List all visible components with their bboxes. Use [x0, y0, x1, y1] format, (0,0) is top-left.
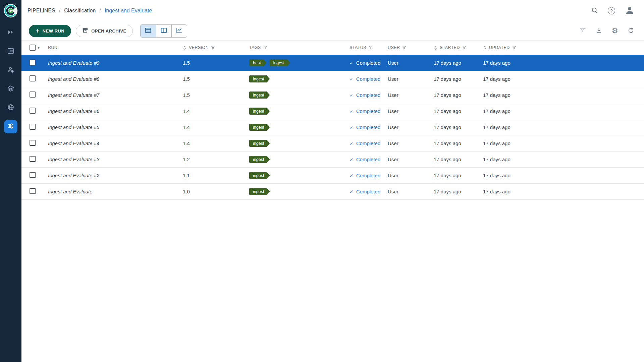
sort-icon[interactable]	[483, 46, 487, 50]
run-tags: ingest	[249, 124, 350, 131]
sort-icon[interactable]	[434, 46, 437, 50]
run-name[interactable]: Ingest and Evaluate #6	[48, 108, 99, 114]
sidebar-item-pipelines[interactable]	[4, 120, 17, 133]
row-checkbox[interactable]	[30, 140, 36, 146]
run-status: ✓ Completed	[350, 189, 388, 194]
new-run-button[interactable]: + NEW RUN	[29, 25, 71, 37]
table-body: Ingest and Evaluate #9 1.5 bestingest ✓ …	[21, 55, 644, 200]
download-button[interactable]	[595, 27, 602, 35]
breadcrumb-project[interactable]: Classification	[64, 8, 96, 14]
filter-icon[interactable]	[512, 46, 516, 50]
column-header-run: RUN	[48, 45, 183, 50]
sidebar-item-datasets[interactable]	[4, 82, 17, 96]
filter-icon[interactable]	[263, 46, 267, 50]
row-checkbox[interactable]	[30, 172, 36, 178]
column-header-status: STATUS	[350, 45, 388, 50]
table-row[interactable]: Ingest and Evaluate #7 1.5 ingest ✓ Comp…	[21, 87, 644, 103]
run-updated: 17 days ago	[483, 189, 644, 194]
run-status: ✓ Completed	[350, 173, 388, 178]
version-column-label[interactable]: VERSION	[189, 45, 209, 50]
settings-button[interactable]: ⚙	[611, 27, 618, 35]
row-checkbox[interactable]	[30, 188, 36, 194]
row-select-cell	[21, 59, 48, 66]
table-row[interactable]: Ingest and Evaluate #9 1.5 bestingest ✓ …	[21, 55, 644, 71]
table-row[interactable]: Ingest and Evaluate #4 1.4 ingest ✓ Comp…	[21, 135, 644, 152]
chart-view-icon	[176, 27, 183, 35]
tag-pill: ingest	[249, 75, 270, 82]
open-archive-button[interactable]: OPEN ARCHIVE	[76, 25, 132, 37]
run-user: User	[388, 124, 434, 130]
chart-view-button[interactable]	[171, 25, 187, 37]
table-row[interactable]: Ingest and Evaluate #8 1.5 ingest ✓ Comp…	[21, 71, 644, 87]
tag-pill: ingest	[249, 108, 270, 115]
row-select-cell	[21, 92, 48, 99]
tag-pill: ingest	[249, 140, 270, 147]
user-menu-button[interactable]	[625, 5, 635, 16]
run-tags: ingest	[249, 92, 350, 99]
updated-column-label[interactable]: UPDATED	[489, 45, 510, 50]
row-checkbox[interactable]	[30, 75, 36, 81]
run-tags: bestingest	[249, 59, 350, 66]
select-all-checkbox[interactable]	[30, 45, 36, 51]
table-row[interactable]: Ingest and Evaluate #2 1.1 ingest ✓ Comp…	[21, 168, 644, 184]
run-version: 1.2	[183, 157, 249, 162]
auto-refresh-button[interactable]	[627, 27, 635, 35]
breadcrumb-pipelines[interactable]: PIPELINES	[28, 8, 55, 14]
table-row[interactable]: Ingest and Evaluate #6 1.4 ingest ✓ Comp…	[21, 103, 644, 119]
check-icon: ✓	[350, 141, 354, 146]
table-row[interactable]: Ingest and Evaluate 1.0 ingest ✓ Complet…	[21, 184, 644, 200]
run-name[interactable]: Ingest and Evaluate	[48, 189, 93, 194]
sort-icon[interactable]	[183, 46, 186, 50]
tag-pill: ingest	[249, 156, 270, 163]
tags-column-label: TAGS	[249, 45, 261, 50]
run-name[interactable]: Ingest and Evaluate #4	[48, 140, 99, 146]
row-select-cell	[21, 108, 48, 115]
table-view-icon	[145, 27, 152, 35]
run-updated: 17 days ago	[483, 76, 644, 82]
table-row[interactable]: Ingest and Evaluate #5 1.4 ingest ✓ Comp…	[21, 119, 644, 135]
search-button[interactable]	[591, 7, 598, 15]
filter-icon[interactable]	[402, 46, 406, 50]
select-all-cell: ▾	[21, 45, 48, 51]
run-tags: ingest	[249, 108, 350, 115]
run-name[interactable]: Ingest and Evaluate #5	[48, 124, 99, 130]
select-all-caret-icon[interactable]: ▾	[38, 45, 40, 50]
split-view-button[interactable]	[156, 25, 171, 37]
row-checkbox[interactable]	[30, 156, 36, 162]
clear-filters-button[interactable]	[579, 27, 586, 35]
sidebar-item-workers[interactable]	[4, 64, 17, 77]
row-select-cell	[21, 75, 48, 82]
help-icon: ?	[608, 7, 615, 14]
run-updated: 17 days ago	[483, 140, 644, 146]
filter-icon[interactable]	[369, 46, 373, 50]
run-tags: ingest	[249, 140, 350, 147]
row-checkbox[interactable]	[30, 92, 36, 98]
gear-icon: ⚙	[611, 27, 618, 35]
row-checkbox[interactable]	[30, 59, 36, 65]
tag-pill: ingest	[249, 124, 270, 131]
run-status: ✓ Completed	[350, 140, 388, 146]
tag-pill: ingest	[249, 188, 270, 195]
sidebar-item-reports[interactable]	[4, 101, 17, 115]
table-view-button[interactable]	[141, 25, 156, 37]
row-checkbox[interactable]	[30, 124, 36, 130]
row-checkbox[interactable]	[30, 108, 36, 114]
run-name[interactable]: Ingest and Evaluate #9	[48, 60, 99, 66]
run-started: 17 days ago	[434, 140, 483, 146]
table-row[interactable]: Ingest and Evaluate #3 1.2 ingest ✓ Comp…	[21, 152, 644, 168]
filter-icon[interactable]	[462, 46, 466, 50]
run-name[interactable]: Ingest and Evaluate #8	[48, 76, 99, 82]
run-name[interactable]: Ingest and Evaluate #2	[48, 173, 99, 178]
help-button[interactable]: ?	[608, 7, 615, 14]
filter-icon[interactable]	[211, 46, 215, 50]
row-select-cell	[21, 140, 48, 147]
run-updated: 17 days ago	[483, 108, 644, 114]
sidebar-item-projects[interactable]	[4, 26, 17, 40]
run-name[interactable]: Ingest and Evaluate #3	[48, 157, 99, 162]
clearml-logo[interactable]	[3, 3, 18, 18]
run-name-cell: Ingest and Evaluate #2	[48, 173, 183, 178]
run-started: 17 days ago	[434, 92, 483, 98]
run-name[interactable]: Ingest and Evaluate #7	[48, 92, 99, 98]
sidebar-item-experiments[interactable]	[4, 45, 17, 58]
started-column-label[interactable]: STARTED	[440, 45, 460, 50]
